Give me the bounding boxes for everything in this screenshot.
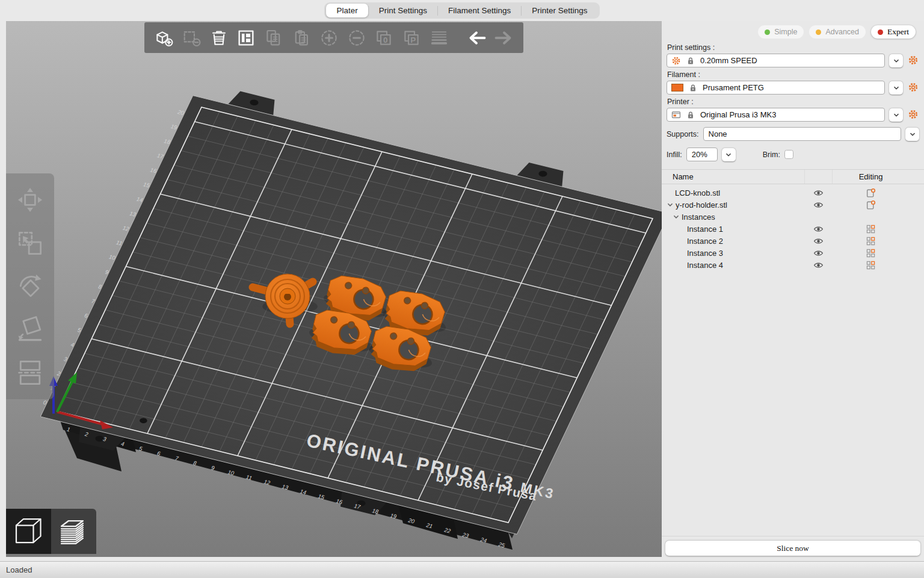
- object-settings-icon[interactable]: [866, 188, 876, 198]
- mode-label: Advanced: [825, 28, 859, 36]
- 3d-editor-view-button[interactable]: [6, 509, 51, 554]
- instance-printable-icon[interactable]: [866, 225, 875, 234]
- titlebar: Plater Print Settings Filament Settings …: [0, 0, 924, 21]
- object-settings-icon[interactable]: [866, 200, 876, 210]
- infill-label: Infill:: [667, 151, 682, 159]
- copy-button[interactable]: [260, 24, 287, 52]
- print-settings-label: Print settings :: [662, 40, 924, 54]
- gear-icon: [671, 56, 681, 66]
- gizmo-rotate-button[interactable]: [11, 267, 49, 305]
- gizmo-place-on-face-button[interactable]: [11, 310, 49, 349]
- tab-printer-settings[interactable]: Printer Settings: [522, 4, 597, 17]
- variable-layer-height-button[interactable]: [426, 24, 452, 52]
- filament-color-swatch: [671, 84, 683, 92]
- paste-button[interactable]: [288, 24, 315, 52]
- expander-icon[interactable]: [667, 201, 674, 208]
- printer-combo[interactable]: Original Prusa i3 MK3: [667, 108, 885, 122]
- printer-value: Original Prusa i3 MK3: [700, 110, 776, 119]
- add-button[interactable]: [150, 24, 177, 52]
- eye-icon[interactable]: [813, 224, 824, 234]
- filament-edit-button[interactable]: [907, 82, 919, 94]
- eye-icon[interactable]: [813, 200, 824, 210]
- print-settings-value: 0.20mm SPEED: [700, 56, 757, 65]
- eye-icon[interactable]: [813, 188, 824, 198]
- tab-filament-settings[interactable]: Filament Settings: [438, 4, 521, 17]
- expert-mode-dot: [878, 30, 883, 35]
- prusaslicer-window: Plater Print Settings Filament Settings …: [0, 0, 924, 578]
- svg-text:P: P: [411, 35, 416, 44]
- supports-field[interactable]: None: [703, 127, 901, 141]
- printer-edit-button[interactable]: [907, 109, 919, 121]
- brim-checkbox[interactable]: [784, 150, 793, 159]
- object-label: Instance 2: [687, 237, 723, 246]
- add-instance-button[interactable]: [316, 24, 342, 52]
- tab-print-settings[interactable]: Print Settings: [369, 4, 437, 17]
- print-settings-combo[interactable]: 0.20mm SPEED: [667, 54, 885, 67]
- infill-field[interactable]: 20%: [686, 148, 718, 161]
- filament-label: Filament :: [662, 67, 924, 81]
- delete-all-button[interactable]: [206, 24, 232, 52]
- filament-combo[interactable]: Prusament PETG: [667, 81, 885, 95]
- gizmo-scale-button[interactable]: [11, 224, 49, 263]
- object-row-instances[interactable]: Instances: [662, 211, 924, 223]
- arrange-button[interactable]: [233, 24, 259, 52]
- object-list: LCD-knob.stly-rod-holder.stlInstancesIns…: [662, 184, 924, 536]
- object-label: Instance 4: [687, 261, 723, 270]
- printer-dropdown-button[interactable]: [889, 108, 903, 122]
- instance-printable-icon[interactable]: [866, 249, 875, 258]
- view-mode-switch: [6, 509, 96, 554]
- eye-icon[interactable]: [813, 248, 824, 258]
- panel-footer: Slice now: [662, 536, 924, 561]
- sidebar-panel: SimpleAdvancedExpert Print settings : 0.…: [662, 21, 924, 561]
- object-row-y-rod-holder-stl[interactable]: y-rod-holder.stl: [662, 199, 924, 211]
- mode-label: Simple: [774, 28, 797, 36]
- slice-now-button[interactable]: Slice now: [665, 541, 920, 556]
- object-row-instance-4[interactable]: Instance 4: [662, 259, 924, 271]
- tab-plater[interactable]: Plater: [326, 4, 368, 17]
- object-row-lcd-knob-stl[interactable]: LCD-knob.stl: [662, 187, 924, 199]
- eye-icon[interactable]: [813, 236, 824, 246]
- object-label: LCD-knob.stl: [675, 188, 720, 197]
- printer-label: Printer :: [662, 95, 924, 108]
- brim-label: Brim:: [763, 151, 780, 159]
- object-row-instance-1[interactable]: Instance 1: [662, 223, 924, 235]
- name-column-header: Name: [662, 172, 804, 181]
- supports-dropdown-button[interactable]: [905, 128, 919, 141]
- gizmo-toolbar: [6, 173, 54, 399]
- instance-printable-icon[interactable]: [866, 261, 875, 270]
- remove-instance-button[interactable]: [343, 24, 370, 52]
- gizmo-cut-button[interactable]: [11, 353, 49, 392]
- advanced-mode-dot: [816, 30, 821, 35]
- redo-button[interactable]: [491, 24, 517, 52]
- split-to-objects-button[interactable]: 0: [371, 24, 398, 52]
- preview-view-button[interactable]: [51, 509, 96, 554]
- mode-expert-button[interactable]: Expert: [871, 25, 916, 39]
- print-settings-edit-button[interactable]: [907, 55, 919, 67]
- printer-icon: [671, 110, 681, 120]
- expander-icon[interactable]: [673, 213, 680, 220]
- split-to-parts-button[interactable]: P: [398, 24, 425, 52]
- infill-dropdown-button[interactable]: [722, 148, 736, 161]
- status-bar: Loaded: [0, 561, 924, 578]
- editing-column-header: Editing: [832, 170, 924, 184]
- delete-button[interactable]: [178, 24, 205, 52]
- scene-3d[interactable]: 1234567891011121314151617181920212223242…: [6, 21, 662, 557]
- gizmo-move-button[interactable]: [11, 181, 49, 219]
- mode-simple-button[interactable]: Simple: [758, 25, 804, 39]
- object-list-header: Name Editing: [662, 169, 924, 184]
- undo-button[interactable]: [463, 24, 490, 52]
- mode-advanced-button[interactable]: Advanced: [809, 25, 866, 39]
- eye-icon[interactable]: [813, 260, 824, 270]
- mode-selector: SimpleAdvancedExpert: [662, 21, 924, 40]
- object-label: y-rod-holder.stl: [676, 200, 727, 210]
- instance-printable-icon[interactable]: [866, 237, 875, 246]
- object-label: Instance 3: [687, 249, 723, 258]
- filament-dropdown-button[interactable]: [889, 81, 903, 95]
- object-row-instance-2[interactable]: Instance 2: [662, 235, 924, 247]
- object-label: Instances: [682, 213, 715, 222]
- object-row-instance-3[interactable]: Instance 3: [662, 247, 924, 259]
- viewport-3d[interactable]: 1234567891011121314151617181920212223242…: [6, 21, 662, 557]
- status-text: Loaded: [6, 565, 32, 574]
- print-settings-dropdown-button[interactable]: [889, 54, 903, 67]
- lock-icon: [686, 56, 695, 66]
